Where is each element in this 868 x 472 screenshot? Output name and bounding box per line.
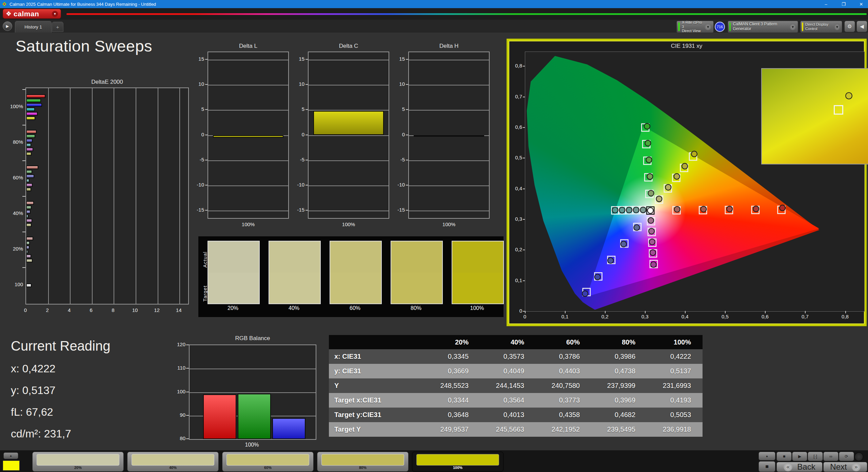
cie-measured-circle [753,206,759,212]
deltae-x-tick: 6 [88,307,95,313]
deltae-bar [26,103,42,107]
deltae-bar [26,130,37,134]
cie-measured-circle [633,207,639,213]
chevron-up-icon: ▲ [9,454,13,457]
patch-button-80%[interactable]: 80% [317,452,409,472]
patch-list-expand-button[interactable]: ▲ [3,452,18,459]
deltae-axis-tick [22,267,25,268]
tab-history-1[interactable]: History 1 [15,21,52,33]
cie-axis-tick [523,189,525,189]
cie-measured-circle [674,174,679,179]
table-cell: 0,3986 [591,353,647,360]
session-play-button[interactable]: ▶ [3,21,12,31]
collapse-panel-button[interactable]: ◀ [856,21,867,32]
gridline [309,185,389,186]
cie-zoom-inset [761,68,868,164]
rgb-y-tick: 120 [173,341,185,347]
restore-button[interactable]: ❐ [840,2,848,7]
cie-y-tick: 0,7 [511,94,522,99]
title-bar: Calman 2025 Calman Ultimate for Business… [0,0,868,8]
rgb-x-label: 100% [189,442,315,448]
cie-x-tick: 0,8 [839,314,851,319]
cie-measured-circle [656,196,662,202]
cie-measured-circle [621,241,627,247]
table-cell: 245,5663 [480,426,536,433]
stop-button[interactable]: ■ [776,452,792,461]
swatch-label: 40% [269,305,319,311]
deltae-bar [26,179,29,182]
refresh-button[interactable]: ⟳ [839,452,854,461]
delta-y-tick: 15 [393,56,405,62]
delta-h-chart [408,52,490,219]
next-button[interactable]: Next » [823,462,867,472]
cie-measured-circle [727,206,732,212]
delta-axis-tick [406,160,408,160]
cie-axis-tick [523,97,525,97]
big-stop-button[interactable]: ■ [758,461,775,472]
cie-y-tick: 0,8 [511,63,522,68]
patch-button-20%[interactable]: 20% [32,452,124,472]
cie-x-tick: 0,4 [679,314,691,319]
table-column-header: 20% [425,338,480,346]
delta-axis-tick [305,210,308,211]
deltae-bar [26,250,28,254]
table-row: Y248,5523244,1453240,7580237,9399231,699… [329,378,703,393]
gridline [309,135,389,136]
delta-bar [414,135,484,137]
minimize-button[interactable]: – [822,2,830,7]
deltae-bar [26,116,35,120]
deltae-bar [26,223,32,227]
chevrons-left-icon: « [784,463,792,471]
meter-count-badge: 716 [715,22,725,32]
deltae-bar [26,107,35,111]
delta-y-tick: -5 [193,157,204,162]
cie-axis-tick [523,250,525,250]
cie-measured-circle [645,140,651,146]
transport-expand-button[interactable]: ▲ [758,452,775,460]
continuous-read-button[interactable]: ∞ [823,452,839,461]
close-button[interactable]: ✕ [857,2,865,7]
rgb-y-tick: 100 [173,389,185,394]
table-cell: 0,4013 [480,411,536,419]
delta-chart-title: Delta C [308,43,389,50]
gridline [208,60,288,60]
pattern-generator-dropdown[interactable]: CalMAN Client 3 Pattern Generator ▼ [728,21,798,33]
inset-measured-point [845,92,852,99]
table-cell: 0,4403 [536,367,591,375]
cie-measured-circle [646,157,652,163]
calman-menu-button[interactable]: ❖ calman ▼ [3,9,61,19]
delta-bar [213,135,283,138]
delta-axis-tick [406,185,408,185]
meter-dropdown[interactable]: X-Rite i1Pro 3 Direct View ▼ [676,21,714,33]
deltae-x-tick: 12 [154,307,160,313]
swatch-40% [269,241,321,304]
deltae-bar [26,241,30,245]
patch-color [226,454,309,466]
patch-button-40%[interactable]: 40% [127,452,219,472]
gridline [190,369,316,369]
patch-button-60%[interactable]: 60% [222,452,314,472]
cie-measured-circle [649,228,654,234]
cie-axis-tick [525,311,526,313]
play-button[interactable]: ▶ [792,452,807,461]
patch-button-100%[interactable]: 100% [412,452,504,472]
back-button[interactable]: « Back [776,462,823,472]
cie-1931-panel: CIE 1931 xy 00,10,20,30,40,50,60,70,800,… [507,39,867,326]
next-label: Next [830,462,847,472]
deltae-group-label: 100% [3,103,23,109]
deltae-x-tick: 8 [110,307,116,313]
rgb-chart-title: RGB Balance [189,335,316,342]
add-tab-button[interactable]: + [52,22,63,32]
delta-y-tick: 15 [293,56,304,62]
read-once-button[interactable]: [·] [808,452,823,461]
current-reading-line: cd/m²: 231,7 [11,428,111,440]
deltae-x-tick: 0 [22,307,29,313]
deltae-bar [26,143,31,147]
settings-button[interactable]: ⚙ [844,21,855,32]
meter-line2: Direct View [682,29,701,33]
gridline [409,85,489,85]
delta-axis-tick [406,109,408,110]
delta-y-tick: 10 [193,81,204,87]
delta-axis-tick [205,210,208,211]
display-control-dropdown[interactable]: Direct Display Control ▼ [800,21,842,33]
